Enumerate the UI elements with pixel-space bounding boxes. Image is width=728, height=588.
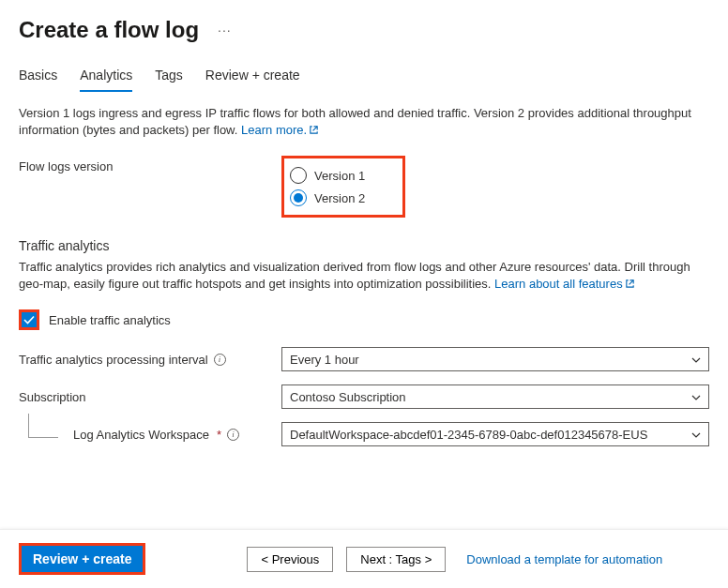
interval-value: Every 1 hour xyxy=(290,353,359,367)
tab-review[interactable]: Review + create xyxy=(205,62,300,92)
radio-circle-selected-icon xyxy=(290,189,307,206)
footer: Review + create < Previous Next : Tags >… xyxy=(0,529,728,588)
interval-select[interactable]: Every 1 hour xyxy=(281,347,709,371)
radio-version-2[interactable]: Version 2 xyxy=(290,187,365,209)
subscription-label: Subscription xyxy=(19,390,86,404)
external-link-icon xyxy=(625,276,635,293)
enable-analytics-checkbox[interactable] xyxy=(19,309,39,330)
radio-v2-label: Version 2 xyxy=(314,191,365,205)
checkmark-icon xyxy=(23,313,36,326)
workspace-value: DefaultWorkspace-abcdef01-2345-6789-0abc… xyxy=(290,428,647,442)
radio-dot-icon xyxy=(294,193,303,203)
learn-features-text: Learn about all features xyxy=(494,277,623,291)
chevron-down-icon xyxy=(691,390,701,403)
info-icon[interactable]: i xyxy=(214,354,226,366)
page-title: Create a flow log xyxy=(19,17,199,43)
version-radio-group: Version 1 Version 2 xyxy=(281,156,405,218)
previous-button[interactable]: < Previous xyxy=(247,547,333,572)
radio-circle-icon xyxy=(290,167,307,184)
external-link-icon xyxy=(309,122,319,139)
download-template-link[interactable]: Download a template for automation xyxy=(466,552,662,566)
tab-tags[interactable]: Tags xyxy=(155,62,183,92)
required-indicator: * xyxy=(217,428,221,442)
chevron-down-icon xyxy=(691,353,701,366)
workspace-select[interactable]: DefaultWorkspace-abcdef01-2345-6789-0abc… xyxy=(281,422,709,446)
more-icon[interactable]: ··· xyxy=(218,23,232,38)
tab-basics[interactable]: Basics xyxy=(19,62,57,92)
review-create-button[interactable]: Review + create xyxy=(19,543,145,575)
learn-features-link[interactable]: Learn about all features xyxy=(494,277,635,291)
version-desc-text: Version 1 logs ingress and egress IP tra… xyxy=(19,106,691,137)
flow-version-label: Flow logs version xyxy=(19,156,281,173)
subscription-select[interactable]: Contoso Subscription xyxy=(281,384,709,409)
info-icon[interactable]: i xyxy=(227,429,239,441)
traffic-analytics-title: Traffic analytics xyxy=(19,238,709,253)
traffic-description: Traffic analytics provides rich analytic… xyxy=(19,259,709,293)
tabs: Basics Analytics Tags Review + create xyxy=(0,53,728,92)
next-button[interactable]: Next : Tags > xyxy=(346,547,446,572)
interval-label: Traffic analytics processing interval xyxy=(19,353,208,367)
workspace-label: Log Analytics Workspace xyxy=(73,428,209,442)
version-description: Version 1 logs ingress and egress IP tra… xyxy=(19,105,709,139)
tab-analytics[interactable]: Analytics xyxy=(80,62,132,92)
subscription-value: Contoso Subscription xyxy=(290,390,406,404)
radio-version-1[interactable]: Version 1 xyxy=(290,164,365,187)
learn-more-text: Learn more. xyxy=(241,123,307,137)
chevron-down-icon xyxy=(691,428,701,441)
learn-more-link[interactable]: Learn more. xyxy=(241,123,319,137)
tree-indent-icon xyxy=(28,414,58,438)
radio-v1-label: Version 1 xyxy=(314,169,365,183)
enable-analytics-label: Enable traffic analytics xyxy=(49,313,171,327)
